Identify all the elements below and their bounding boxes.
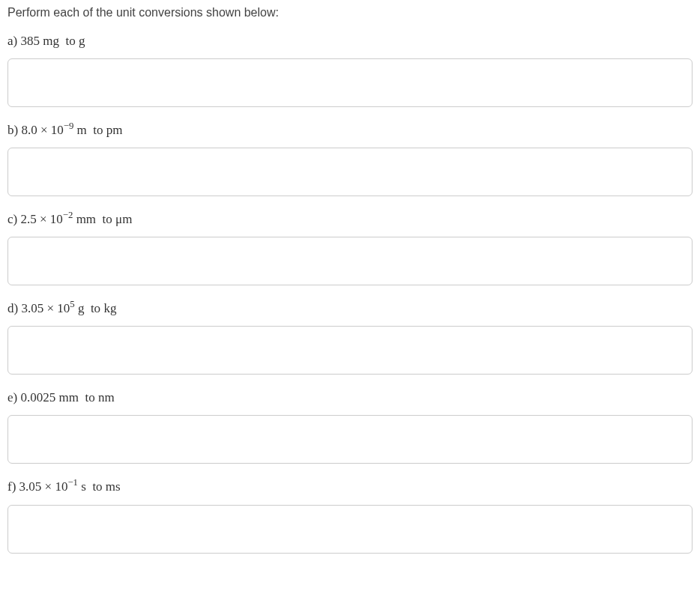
unit-from: g (78, 301, 85, 315)
answer-input-c[interactable] (7, 237, 693, 285)
unit-to: μm (115, 212, 132, 226)
letter: f) (7, 479, 16, 494)
to-word: to (65, 34, 75, 48)
coeff: 0.0025 (20, 390, 55, 404)
unit-to: kg (103, 301, 116, 315)
question-block-e: e) 0.0025 mm to nm (7, 390, 693, 464)
coeff: 385 (20, 34, 40, 48)
question-label-f: f) 3.05 × 10−1 s to ms (7, 479, 693, 495)
to-word: to (85, 390, 94, 404)
question-block-b: b) 8.0 × 10−9 m to pm (7, 122, 693, 196)
unit-from: s (81, 479, 86, 494)
coeff: 8.0 (21, 123, 37, 137)
letter: e) (7, 390, 17, 404)
base: 10 (50, 212, 63, 226)
unit-to: pm (106, 123, 123, 137)
question-label-d: d) 3.05 × 105 g to kg (7, 300, 693, 317)
to-word: to (92, 479, 102, 494)
answer-input-b[interactable] (7, 148, 693, 196)
unit-from: mm (58, 390, 78, 404)
question-block-d: d) 3.05 × 105 g to kg (7, 300, 693, 375)
answer-input-e[interactable] (7, 415, 693, 464)
unit-from: mm (76, 212, 96, 226)
to-word: to (93, 123, 103, 137)
times-symbol: × (46, 301, 54, 315)
times-symbol: × (40, 123, 48, 137)
unit-from: m (77, 123, 87, 137)
exponent: 5 (70, 300, 74, 310)
exponent: −1 (67, 478, 78, 488)
answer-input-f[interactable] (7, 505, 693, 554)
to-word: to (103, 212, 112, 226)
coeff: 2.5 (20, 212, 36, 226)
to-word: to (91, 301, 100, 315)
base: 10 (51, 123, 64, 137)
base: 10 (57, 301, 70, 315)
question-block-f: f) 3.05 × 10−1 s to ms (7, 479, 693, 553)
coeff: 3.05 (21, 301, 43, 315)
unit-to: nm (98, 390, 115, 404)
question-block-a: a) 385 mg to g (7, 33, 693, 107)
letter: c) (7, 212, 17, 226)
base: 10 (55, 479, 67, 494)
times-symbol: × (40, 212, 47, 226)
unit-to: g (79, 34, 85, 48)
question-label-b: b) 8.0 × 10−9 m to pm (7, 122, 693, 139)
exponent: −2 (63, 210, 73, 221)
answer-input-a[interactable] (7, 58, 693, 107)
question-block-c: c) 2.5 × 10−2 mm to μm (7, 211, 693, 285)
question-label-e: e) 0.0025 mm to nm (7, 390, 693, 406)
letter: a) (7, 34, 17, 48)
question-label-c: c) 2.5 × 10−2 mm to μm (7, 211, 693, 228)
unit-from: mg (43, 34, 59, 48)
times-symbol: × (45, 479, 52, 494)
coeff: 3.05 (19, 479, 42, 494)
unit-to: ms (106, 479, 121, 494)
answer-input-d[interactable] (7, 326, 693, 375)
letter: d) (7, 301, 18, 315)
exponent: −9 (64, 121, 74, 131)
question-label-a: a) 385 mg to g (7, 33, 693, 49)
instruction-text: Perform each of the unit conversions sho… (7, 6, 693, 19)
letter: b) (7, 123, 18, 137)
